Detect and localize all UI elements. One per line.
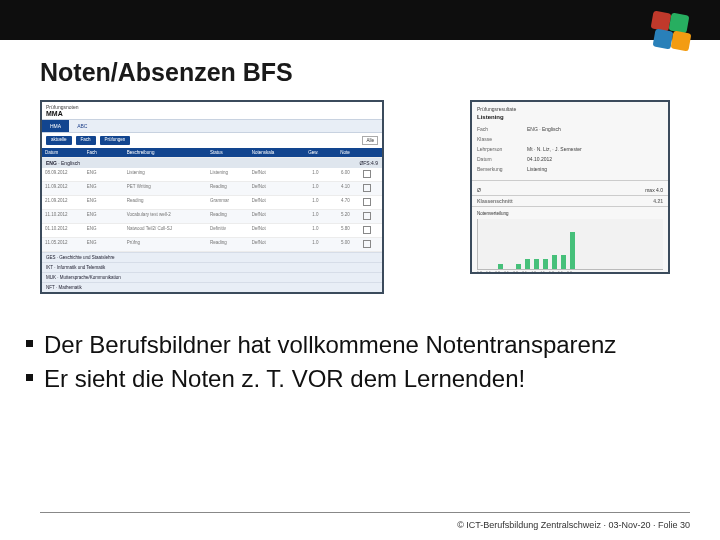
col-weight: Gew.	[291, 148, 322, 157]
detail-icon[interactable]	[363, 170, 371, 178]
chart-bar	[570, 232, 575, 269]
detail-supertitle: Prüfungsresultate	[477, 105, 663, 113]
footer-date: 03-Nov-20	[608, 520, 650, 530]
x-tick: 4.0	[531, 271, 536, 274]
group-average: ØFS:4.9	[359, 160, 378, 166]
subject-group-header[interactable]: ENG · Englisch ØFS:4.9	[42, 157, 382, 168]
logo-piece-icon	[671, 31, 692, 52]
col-status: Status	[207, 148, 249, 157]
distribution-chart	[477, 219, 663, 270]
chart-title: Notenverteilung	[472, 207, 668, 217]
chart-bar	[498, 264, 503, 269]
chart-bar	[525, 259, 530, 268]
meta-row: LehrpersonMt · N. Liz, · J. Semester	[477, 145, 663, 153]
avg-label: Ø	[477, 187, 481, 193]
group-code: ENG	[46, 160, 57, 166]
x-tick: 5.5	[558, 271, 563, 274]
brand-logo	[650, 10, 690, 50]
average-line: Ø max 4.0	[472, 185, 668, 195]
group-name: Englisch	[61, 160, 80, 166]
class-average-value: 4.21	[653, 198, 663, 204]
x-tick: 1.5	[486, 271, 491, 274]
filter-button[interactable]: Prüfungen	[100, 136, 131, 145]
top-bar	[0, 0, 720, 40]
logo-piece-icon	[669, 13, 690, 34]
meta-row: BemerkungListening	[477, 165, 663, 173]
x-tick: 1.0	[477, 271, 482, 274]
x-tick: 4.5	[540, 271, 545, 274]
chart-bar	[543, 259, 548, 268]
filter-bar: aktuelle Fach Prüfungen Alle	[42, 133, 382, 148]
slide-footer: © ICT-Berufsbildung Zentralschweiz · 03-…	[457, 520, 690, 530]
x-tick: 3.5	[522, 271, 527, 274]
detail-icon[interactable]	[363, 212, 371, 220]
table-row[interactable]: 21.09.2012ENGReadingGrammarDefNot1.04.70	[42, 196, 382, 210]
tab-student[interactable]: ABC	[69, 120, 95, 132]
x-tick: 6.0	[567, 271, 572, 274]
footer-folie-number: 30	[680, 520, 690, 530]
table-row[interactable]: 11.09.2012ENGPET WritingReadingDefNot1.0…	[42, 182, 382, 196]
bullet-list: Der Berufsbildner hat vollkommene Notent…	[26, 330, 690, 398]
avg-note-label: max 4.0	[645, 187, 663, 193]
table-row[interactable]: 01.10.2012ENGNatwood Teil2/ Coll-SJDefin…	[42, 224, 382, 238]
subject-group-header[interactable]: NTK · Natur, Landwirtschaft	[42, 292, 382, 294]
detail-icon[interactable]	[363, 184, 371, 192]
chart-x-axis: 1.01.52.02.53.03.54.04.55.05.56.0	[477, 271, 663, 274]
meta-row: Datum04.10.2012	[477, 155, 663, 163]
detail-icon[interactable]	[363, 198, 371, 206]
bullet-item: Der Berufsbildner hat vollkommene Notent…	[26, 330, 690, 360]
screenshot-grade-detail: Prüfungsresultate Listening FachENG · En…	[470, 100, 670, 274]
student-tabs: HMA ABC	[42, 119, 382, 133]
detail-icon[interactable]	[363, 240, 371, 248]
detail-title: Listening	[477, 113, 663, 123]
subject-group-header[interactable]: MUK · Muttersprache/Kommunikation	[42, 272, 382, 282]
chart-bar	[534, 259, 539, 268]
header-name: MMA	[46, 110, 63, 117]
detail-icon[interactable]	[363, 226, 371, 234]
chart-bar	[552, 255, 557, 269]
chart-bar	[561, 255, 566, 269]
detail-header: Prüfungsresultate Listening FachENG · En…	[472, 102, 668, 176]
class-average-label: Klassenschnitt	[477, 198, 513, 204]
bullet-item: Er sieht die Noten z. T. VOR dem Lernend…	[26, 364, 690, 394]
table-row[interactable]: 08.09.2012ENGListeningListeningDefNot1.0…	[42, 168, 382, 182]
tab-student[interactable]: HMA	[42, 120, 69, 132]
slide-title: Noten/Absenzen BFS	[40, 58, 293, 87]
search-field[interactable]: Alle	[362, 136, 378, 145]
screenshot-grades-table: Prüfungsnoten MMA HMA ABC aktuelle Fach …	[40, 100, 384, 294]
x-tick: 2.5	[504, 271, 509, 274]
col-date: Datum	[42, 148, 84, 157]
filter-button[interactable]: aktuelle	[46, 136, 72, 145]
table-row[interactable]: 11.10.2012ENGVocabulary test well-2Readi…	[42, 210, 382, 224]
footer-folie-label: Folie	[658, 520, 678, 530]
footer-copyright: © ICT-Berufsbildung Zentralschweiz	[457, 520, 601, 530]
meta-row: Klasse	[477, 135, 663, 143]
x-tick: 3.0	[513, 271, 518, 274]
chart-bar	[516, 264, 521, 269]
table-header: Prüfungsnoten MMA	[42, 102, 382, 119]
col-actions	[353, 148, 382, 157]
filter-button[interactable]: Fach	[76, 136, 96, 145]
table-column-headers: Datum Fach Beschreibung Status Notenskal…	[42, 148, 382, 157]
col-scale: Notenskala	[249, 148, 291, 157]
x-tick: 2.0	[495, 271, 500, 274]
table-row[interactable]: 11.05.2012ENGPrüfngReadingDefNot1.05.00	[42, 238, 382, 252]
meta-row: FachENG · Englisch	[477, 125, 663, 133]
class-average-row: Klassenschnitt 4.21	[472, 195, 668, 207]
x-tick: 5.0	[549, 271, 554, 274]
col-subject: Fach	[84, 148, 124, 157]
subject-group-header[interactable]: IKT · Informatik und Telematik	[42, 262, 382, 272]
subject-group-header[interactable]: GES · Geschichte und Staatslehre	[42, 252, 382, 262]
col-desc: Beschreibung	[124, 148, 207, 157]
footer-separator	[40, 512, 690, 513]
col-grade: Note	[322, 148, 353, 157]
separator	[472, 180, 668, 181]
subject-group-header[interactable]: NFT · Mathematik	[42, 282, 382, 292]
